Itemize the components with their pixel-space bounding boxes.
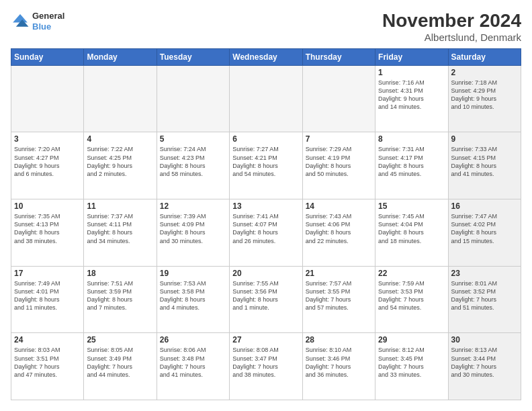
calendar-cell: 23Sunrise: 8:01 AM Sunset: 3:52 PM Dayli… (448, 266, 521, 333)
day-info: Sunrise: 7:16 AM Sunset: 4:31 PM Dayligh… (378, 79, 445, 111)
day-info: Sunrise: 7:57 AM Sunset: 3:55 PM Dayligh… (306, 279, 372, 312)
logo-line1: General (32, 11, 64, 21)
calendar-cell: 6Sunrise: 7:27 AM Sunset: 4:21 PM Daylig… (230, 132, 302, 199)
calendar-header-row: Sunday Monday Tuesday Wednesday Thursday… (11, 48, 521, 65)
day-number: 9 (451, 134, 518, 144)
header-monday: Monday (84, 48, 157, 65)
calendar-week-3: 17Sunrise: 7:49 AM Sunset: 4:01 PM Dayli… (11, 266, 521, 333)
day-info: Sunrise: 8:13 AM Sunset: 3:44 PM Dayligh… (451, 346, 518, 379)
header-tuesday: Tuesday (157, 48, 229, 65)
day-number: 6 (232, 134, 299, 144)
page: General Blue November 2024 Albertslund, … (0, 0, 532, 411)
day-info: Sunrise: 8:08 AM Sunset: 3:47 PM Dayligh… (232, 346, 299, 379)
day-number: 7 (306, 134, 372, 144)
day-number: 12 (160, 201, 226, 211)
calendar-title: November 2024 (382, 11, 521, 32)
day-info: Sunrise: 7:33 AM Sunset: 4:15 PM Dayligh… (451, 145, 518, 178)
day-info: Sunrise: 7:37 AM Sunset: 4:11 PM Dayligh… (87, 212, 153, 245)
day-number: 11 (87, 201, 153, 211)
calendar-cell: 4Sunrise: 7:22 AM Sunset: 4:25 PM Daylig… (84, 132, 157, 199)
day-info: Sunrise: 8:01 AM Sunset: 3:52 PM Dayligh… (451, 279, 518, 312)
header-saturday: Saturday (448, 48, 521, 65)
header-wednesday: Wednesday (230, 48, 302, 65)
calendar-cell: 1Sunrise: 7:16 AM Sunset: 4:31 PM Daylig… (375, 65, 448, 132)
calendar-week-2: 10Sunrise: 7:35 AM Sunset: 4:13 PM Dayli… (11, 199, 521, 267)
day-info: Sunrise: 7:27 AM Sunset: 4:21 PM Dayligh… (232, 145, 299, 178)
day-info: Sunrise: 7:49 AM Sunset: 4:01 PM Dayligh… (14, 279, 81, 312)
day-number: 3 (14, 134, 81, 144)
day-number: 1 (378, 68, 445, 77)
day-info: Sunrise: 7:59 AM Sunset: 3:53 PM Dayligh… (378, 279, 445, 312)
calendar-cell: 28Sunrise: 8:10 AM Sunset: 3:46 PM Dayli… (302, 333, 375, 400)
calendar-cell (230, 65, 302, 132)
day-number: 30 (451, 335, 518, 345)
calendar-cell: 26Sunrise: 8:06 AM Sunset: 3:48 PM Dayli… (157, 333, 229, 400)
header-thursday: Thursday (302, 48, 375, 65)
calendar-cell: 5Sunrise: 7:24 AM Sunset: 4:23 PM Daylig… (157, 132, 229, 199)
calendar-cell: 10Sunrise: 7:35 AM Sunset: 4:13 PM Dayli… (11, 199, 84, 267)
calendar-cell: 2Sunrise: 7:18 AM Sunset: 4:29 PM Daylig… (448, 65, 521, 132)
day-info: Sunrise: 7:53 AM Sunset: 3:58 PM Dayligh… (160, 279, 226, 312)
day-info: Sunrise: 7:51 AM Sunset: 3:59 PM Dayligh… (87, 279, 153, 312)
day-number: 27 (232, 335, 299, 345)
calendar-cell: 7Sunrise: 7:29 AM Sunset: 4:19 PM Daylig… (302, 132, 375, 199)
day-info: Sunrise: 7:35 AM Sunset: 4:13 PM Dayligh… (14, 212, 81, 245)
day-number: 18 (87, 269, 153, 278)
day-number: 26 (160, 335, 226, 345)
calendar-cell: 17Sunrise: 7:49 AM Sunset: 4:01 PM Dayli… (11, 266, 84, 333)
logo-icon (11, 12, 30, 31)
day-number: 17 (14, 269, 81, 278)
calendar-cell: 8Sunrise: 7:31 AM Sunset: 4:17 PM Daylig… (375, 132, 448, 199)
day-info: Sunrise: 8:05 AM Sunset: 3:49 PM Dayligh… (87, 346, 153, 379)
calendar-cell: 12Sunrise: 7:39 AM Sunset: 4:09 PM Dayli… (157, 199, 229, 267)
day-number: 21 (306, 269, 372, 278)
calendar-week-4: 24Sunrise: 8:03 AM Sunset: 3:51 PM Dayli… (11, 333, 521, 400)
day-number: 23 (451, 269, 518, 278)
day-number: 16 (451, 201, 518, 211)
day-number: 5 (160, 134, 226, 144)
calendar-cell: 13Sunrise: 7:41 AM Sunset: 4:07 PM Dayli… (230, 199, 302, 267)
calendar-cell: 20Sunrise: 7:55 AM Sunset: 3:56 PM Dayli… (230, 266, 302, 333)
calendar-cell: 16Sunrise: 7:47 AM Sunset: 4:02 PM Dayli… (448, 199, 521, 267)
calendar-cell: 9Sunrise: 7:33 AM Sunset: 4:15 PM Daylig… (448, 132, 521, 199)
day-info: Sunrise: 7:39 AM Sunset: 4:09 PM Dayligh… (160, 212, 226, 245)
calendar-cell: 25Sunrise: 8:05 AM Sunset: 3:49 PM Dayli… (84, 333, 157, 400)
day-number: 22 (378, 269, 445, 278)
calendar-cell: 22Sunrise: 7:59 AM Sunset: 3:53 PM Dayli… (375, 266, 448, 333)
day-info: Sunrise: 7:20 AM Sunset: 4:27 PM Dayligh… (14, 145, 81, 178)
day-number: 25 (87, 335, 153, 345)
title-block: November 2024 Albertslund, Denmark (382, 11, 521, 43)
day-info: Sunrise: 7:47 AM Sunset: 4:02 PM Dayligh… (451, 212, 518, 245)
day-info: Sunrise: 7:22 AM Sunset: 4:25 PM Dayligh… (87, 145, 153, 178)
calendar-cell (84, 65, 157, 132)
calendar-cell (302, 65, 375, 132)
day-info: Sunrise: 8:03 AM Sunset: 3:51 PM Dayligh… (14, 346, 81, 379)
day-number: 8 (378, 134, 445, 144)
logo-text: General Blue (32, 11, 64, 32)
header-sunday: Sunday (11, 48, 84, 65)
day-number: 19 (160, 269, 226, 278)
day-info: Sunrise: 7:41 AM Sunset: 4:07 PM Dayligh… (232, 212, 299, 245)
day-info: Sunrise: 8:10 AM Sunset: 3:46 PM Dayligh… (306, 346, 372, 379)
calendar-cell: 11Sunrise: 7:37 AM Sunset: 4:11 PM Dayli… (84, 199, 157, 267)
calendar-cell: 29Sunrise: 8:12 AM Sunset: 3:45 PM Dayli… (375, 333, 448, 400)
calendar-week-1: 3Sunrise: 7:20 AM Sunset: 4:27 PM Daylig… (11, 132, 521, 199)
svg-marker-0 (13, 14, 28, 22)
day-number: 29 (378, 335, 445, 345)
day-info: Sunrise: 7:31 AM Sunset: 4:17 PM Dayligh… (378, 145, 445, 178)
calendar-cell (11, 65, 84, 132)
day-info: Sunrise: 7:55 AM Sunset: 3:56 PM Dayligh… (232, 279, 299, 312)
header-friday: Friday (375, 48, 448, 65)
day-number: 28 (306, 335, 372, 345)
calendar-cell: 18Sunrise: 7:51 AM Sunset: 3:59 PM Dayli… (84, 266, 157, 333)
day-info: Sunrise: 7:29 AM Sunset: 4:19 PM Dayligh… (306, 145, 372, 178)
calendar-cell: 24Sunrise: 8:03 AM Sunset: 3:51 PM Dayli… (11, 333, 84, 400)
calendar-cell: 3Sunrise: 7:20 AM Sunset: 4:27 PM Daylig… (11, 132, 84, 199)
day-number: 2 (451, 68, 518, 77)
calendar-subtitle: Albertslund, Denmark (382, 32, 521, 43)
day-number: 14 (306, 201, 372, 211)
day-info: Sunrise: 7:24 AM Sunset: 4:23 PM Dayligh… (160, 145, 226, 178)
day-info: Sunrise: 8:12 AM Sunset: 3:45 PM Dayligh… (378, 346, 445, 379)
day-number: 24 (14, 335, 81, 345)
calendar-cell: 14Sunrise: 7:43 AM Sunset: 4:06 PM Dayli… (302, 199, 375, 267)
